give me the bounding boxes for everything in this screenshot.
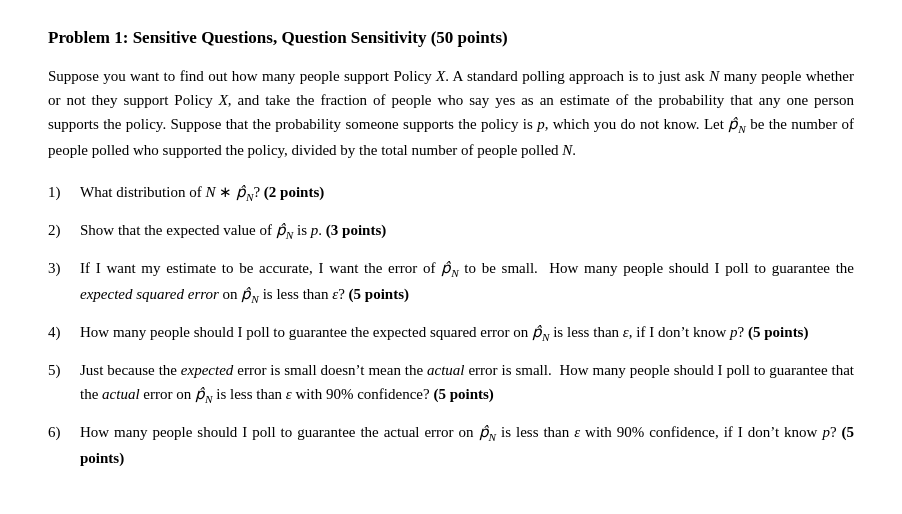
question-6: 6) How many people should I poll to guar… (48, 420, 854, 470)
questions-list: 1) What distribution of N ∗ p̂N? (2 poin… (48, 180, 854, 470)
q6-content: How many people should I poll to guarant… (80, 420, 854, 470)
q2-number: 2) (48, 218, 80, 242)
q4-content: How many people should I poll to guarant… (80, 320, 854, 346)
q5-number: 5) (48, 358, 80, 382)
q4-number: 4) (48, 320, 80, 344)
q6-number: 6) (48, 420, 80, 444)
q3-number: 3) (48, 256, 80, 280)
problem-title: Problem 1: Sensitive Questions, Question… (48, 28, 854, 48)
problem-container: Problem 1: Sensitive Questions, Question… (48, 28, 854, 470)
question-4: 4) How many people should I poll to guar… (48, 320, 854, 346)
q5-content: Just because the expected error is small… (80, 358, 854, 408)
question-5: 5) Just because the expected error is sm… (48, 358, 854, 408)
question-3: 3) If I want my estimate to be accurate,… (48, 256, 854, 308)
q1-content: What distribution of N ∗ p̂N? (2 points) (80, 180, 854, 206)
question-2: 2) Show that the expected value of p̂N i… (48, 218, 854, 244)
q1-number: 1) (48, 180, 80, 204)
intro-paragraph: Suppose you want to find out how many pe… (48, 64, 854, 162)
q3-content: If I want my estimate to be accurate, I … (80, 256, 854, 308)
q2-content: Show that the expected value of p̂N is p… (80, 218, 854, 244)
question-1: 1) What distribution of N ∗ p̂N? (2 poin… (48, 180, 854, 206)
